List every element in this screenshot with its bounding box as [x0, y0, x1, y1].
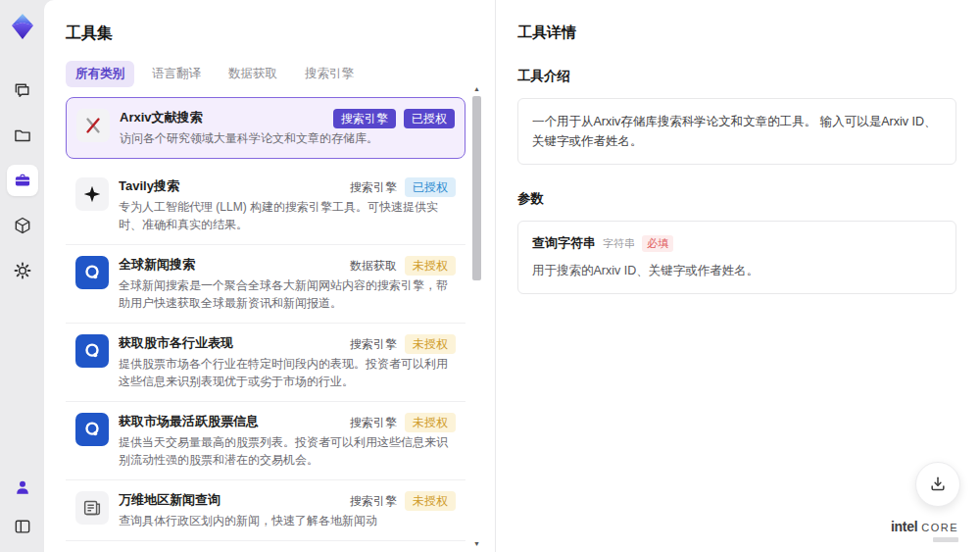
tool-card-tavily[interactable]: Tavily搜索 专为人工智能代理 (LLM) 构建的搜索引擎工具。可快速提供实… [66, 167, 466, 245]
intel-word: intel [891, 519, 917, 534]
arxiv-chi-icon [76, 109, 110, 142]
tool-list-pane: 工具集 所有类别 语言翻译 数据获取 搜索引擎 Arxiv文献搜索 访问各个研究… [44, 0, 495, 552]
tab-data-fetch[interactable]: 数据获取 [219, 61, 287, 87]
user-icon [13, 477, 32, 497]
tool-description: 访问各个研究领域大量科学论文和文章的存储库。 [120, 129, 455, 147]
detail-title: 工具详情 [517, 24, 956, 42]
param-description: 用于搜索的Arxiv ID、关键字或作者姓名。 [532, 262, 942, 280]
download-button[interactable] [915, 462, 960, 507]
tool-title: 全球新闻搜索 [119, 256, 339, 274]
sidebar-item-collapse[interactable] [7, 511, 38, 542]
category-label: 搜索引擎 [350, 415, 397, 431]
blue-search-icon [75, 334, 109, 368]
tool-title: Arxiv文献搜索 [120, 109, 340, 126]
folder-icon [13, 125, 32, 145]
blue-search-icon [75, 256, 109, 289]
tool-badges: 搜索引擎 未授权 [350, 413, 456, 432]
tab-language-translation[interactable]: 语言翻译 [142, 61, 211, 87]
tab-all-categories[interactable]: 所有类别 [66, 61, 134, 87]
param-header: 查询字符串 字符串 必填 [532, 234, 942, 252]
tool-title: 万维地区新闻查询 [119, 491, 339, 509]
toolbox-icon [13, 171, 32, 190]
category-badge: 搜索引擎 [333, 109, 396, 128]
scrollbar-up-arrow[interactable]: ▲ [471, 84, 482, 94]
intro-box: 一个用于从Arxiv存储库搜索科学论文和文章的工具。 输入可以是Arxiv ID… [517, 98, 956, 165]
chat-icon [13, 80, 32, 100]
intel-ultra-mark [933, 537, 958, 542]
tool-card-global-news[interactable]: 全球新闻搜索 全球新闻搜索是一个聚合全球各大新闻网站内容的搜索引擎，帮助用户快速… [66, 245, 466, 324]
tool-description: 提供当天交易量最高的股票列表。投资者可以利用这些信息来识别流动性强的股票和潜在的… [119, 433, 456, 469]
download-icon [928, 475, 948, 494]
tool-card-most-active-stocks[interactable]: 获取市场最活跃股票信息 提供当天交易量最高的股票列表。投资者可以利用这些信息来识… [66, 402, 466, 480]
newspaper-icon [75, 491, 109, 525]
list-scrollbar: ▲ ▼ [471, 84, 482, 549]
left-sidebar [0, 0, 44, 552]
package-icon [13, 216, 32, 235]
auth-status-badge: 未授权 [405, 491, 456, 511]
sidebar-item-settings[interactable] [7, 255, 38, 286]
category-label: 数据获取 [350, 258, 397, 275]
tool-list: Arxiv文献搜索 访问各个研究领域大量科学论文和文章的存储库。 搜索引擎 已授… [66, 97, 466, 541]
tool-detail-pane: 工具详情 工具介绍 一个用于从Arxiv存储库搜索科学论文和文章的工具。 输入可… [495, 0, 980, 552]
tool-description: 全球新闻搜索是一个聚合全球各大新闻网站内容的搜索引擎，帮助用户快速获取全球最新资… [119, 276, 456, 312]
tool-badges: 搜索引擎 未授权 [350, 334, 456, 354]
tool-badges: 搜索引擎 未授权 [350, 491, 456, 511]
sparkle-gem-logo [9, 13, 36, 40]
panel-toggle-icon [13, 517, 32, 536]
category-label: 搜索引擎 [350, 179, 397, 196]
core-word: CORE [921, 522, 958, 533]
sidebar-bottom [7, 472, 38, 542]
category-tabs: 所有类别 语言翻译 数据获取 搜索引擎 [66, 61, 495, 87]
params-heading: 参数 [517, 190, 956, 208]
blue-search-icon [75, 413, 109, 446]
tool-badges: 搜索引擎 已授权 [350, 177, 456, 197]
tool-description: 提供股票市场各个行业在特定时间段内的表现。投资者可以利用这些信息来识别表现优于或… [119, 355, 456, 390]
intel-core-wordmark: intel CORE [891, 519, 958, 534]
tool-title: 获取市场最活跃股票信息 [119, 413, 339, 430]
intel-core-logo: intel CORE [891, 519, 958, 542]
category-label: 搜索引擎 [350, 336, 397, 353]
auth-status-badge: 未授权 [405, 256, 456, 276]
sidebar-item-files[interactable] [7, 120, 38, 151]
tool-title: 获取股市各行业表现 [119, 334, 339, 352]
auth-status-badge: 已授权 [404, 109, 455, 128]
page-title: 工具集 [66, 24, 495, 44]
main-content: 工具集 所有类别 语言翻译 数据获取 搜索引擎 Arxiv文献搜索 访问各个研究… [44, 0, 980, 552]
sidebar-item-packages[interactable] [7, 210, 38, 241]
param-required-badge: 必填 [642, 235, 673, 252]
auth-status-badge: 未授权 [405, 413, 456, 432]
tool-badges: 搜索引擎 已授权 [333, 109, 455, 128]
tool-description: 专为人工智能代理 (LLM) 构建的搜索引擎工具。可快速提供实时、准确和真实的结… [119, 198, 456, 233]
tool-description: 查询具体行政区划内的新闻，快速了解各地新闻动 [119, 512, 456, 529]
intro-heading: 工具介绍 [517, 68, 956, 85]
param-type: 字符串 [603, 236, 635, 251]
sidebar-item-account[interactable] [7, 472, 38, 503]
tavily-star-icon [75, 177, 109, 211]
sidebar-nav [7, 75, 38, 286]
sidebar-item-tools[interactable] [7, 165, 38, 196]
tool-badges: 数据获取 未授权 [350, 256, 456, 276]
intro-text: 一个用于从Arxiv存储库搜索科学论文和文章的工具。 输入可以是Arxiv ID… [532, 112, 942, 151]
sidebar-item-chat[interactable] [7, 75, 38, 106]
tool-title: Tavily搜索 [119, 177, 339, 195]
gear-icon [13, 261, 32, 280]
scrollbar-thumb[interactable] [472, 96, 481, 280]
tab-search-engine[interactable]: 搜索引擎 [295, 61, 364, 87]
param-box: 查询字符串 字符串 必填 用于搜索的Arxiv ID、关键字或作者姓名。 [517, 221, 956, 294]
auth-status-badge: 已授权 [405, 177, 456, 197]
tool-card-regional-news[interactable]: 万维地区新闻查询 查询具体行政区划内的新闻，快速了解各地新闻动 搜索引擎 未授权 [66, 480, 466, 541]
auth-status-badge: 未授权 [405, 334, 456, 354]
tool-card-sector-performance[interactable]: 获取股市各行业表现 提供股票市场各个行业在特定时间段内的表现。投资者可以利用这些… [66, 324, 466, 402]
param-name: 查询字符串 [532, 234, 596, 252]
scrollbar-down-arrow[interactable]: ▼ [471, 539, 482, 549]
tool-card-arxiv[interactable]: Arxiv文献搜索 访问各个研究领域大量科学论文和文章的存储库。 搜索引擎 已授… [66, 97, 466, 159]
category-label: 搜索引擎 [350, 493, 397, 510]
app-logo [8, 12, 37, 41]
